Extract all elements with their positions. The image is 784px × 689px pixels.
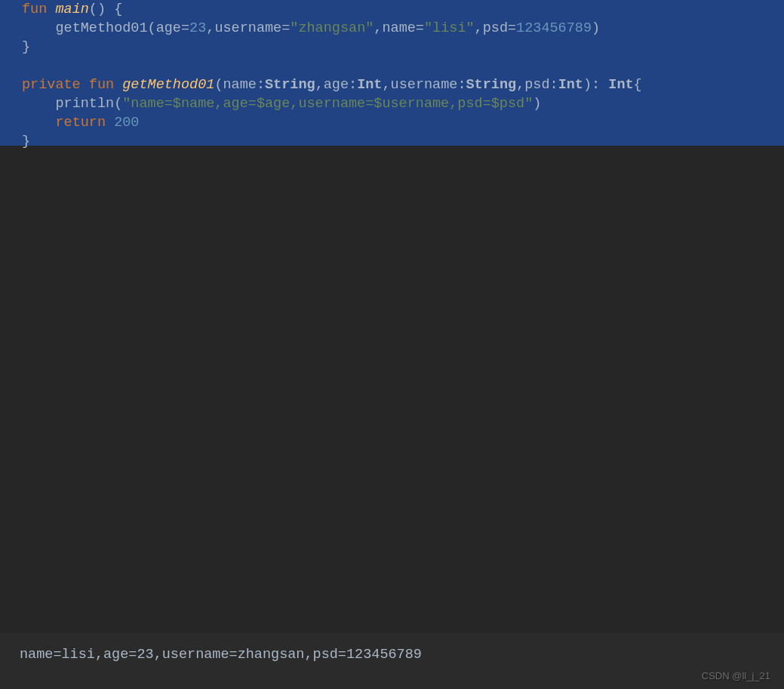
- space-return: [106, 115, 114, 131]
- code-line-6[interactable]: println("name=$name,age=$age,username=$u…: [22, 94, 784, 113]
- func-main: main: [55, 2, 88, 17]
- comma3: ,: [516, 77, 524, 93]
- num-psd: 123456789: [516, 20, 592, 36]
- close-paren: ): [592, 20, 600, 36]
- num-23: 23: [189, 20, 206, 36]
- code-line-5[interactable]: private fun getMethod01(name:String,age:…: [22, 75, 784, 94]
- close-brace-main: }: [22, 39, 30, 55]
- open-paren: (: [214, 77, 223, 93]
- console-output-line: name=lisi,age=23,username=zhangsan,psd=1…: [20, 647, 784, 663]
- p-psd: psd:: [524, 77, 558, 93]
- code-line-7[interactable]: return 200: [22, 113, 784, 132]
- func-getMethod01: getMethod01: [122, 77, 214, 93]
- close-brace-fn: }: [22, 134, 30, 149]
- str-template: "name=$name,age=$age,username=$username,…: [122, 96, 533, 112]
- indent6: [22, 96, 55, 112]
- code-line-1[interactable]: fun main() {: [22, 0, 784, 19]
- indent: [22, 20, 55, 36]
- kw-private: private: [22, 77, 81, 93]
- comma2: ,: [382, 77, 390, 93]
- code-editor[interactable]: fun main() { getMethod01(age=23,username…: [0, 0, 784, 146]
- t-int2: Int: [558, 77, 583, 93]
- name-eq: ,name=: [374, 20, 424, 36]
- num-200: 200: [114, 115, 139, 131]
- kw-return: return: [55, 115, 106, 131]
- indent7: [22, 115, 55, 131]
- open-brace-fn: {: [634, 77, 642, 93]
- kw-fun2: fun: [89, 77, 114, 93]
- parens-brace: () {: [89, 2, 122, 17]
- code-line-3[interactable]: }: [22, 38, 784, 57]
- code-line-4[interactable]: [22, 57, 784, 75]
- psd-eq: ,psd=: [475, 20, 517, 36]
- close-println: ): [533, 96, 541, 112]
- console-panel[interactable]: name=lisi,age=23,username=zhangsan,psd=1…: [0, 632, 784, 689]
- watermark-text: CSDN @ll_j_21: [702, 670, 770, 681]
- println-call: println(: [55, 96, 122, 112]
- kw-fun: fun: [22, 2, 47, 17]
- p-name: name:: [223, 77, 265, 93]
- comma1: ,: [315, 77, 324, 93]
- username-eq: ,username=: [206, 20, 290, 36]
- call-getMethod01: getMethod01(age=: [55, 20, 189, 36]
- editor-empty-area[interactable]: [0, 146, 784, 632]
- p-username: username:: [391, 77, 466, 93]
- close-paren-colon: ):: [583, 77, 608, 93]
- ret-int: Int: [608, 77, 633, 93]
- p-age: age:: [324, 77, 357, 93]
- code-line-2[interactable]: getMethod01(age=23,username="zhangsan",n…: [22, 19, 784, 38]
- str-lisi: "lisi": [424, 20, 475, 36]
- t-string1: String: [265, 77, 315, 93]
- t-int1: Int: [357, 77, 382, 93]
- t-string2: String: [466, 77, 517, 93]
- str-zhangsan: "zhangsan": [290, 20, 374, 36]
